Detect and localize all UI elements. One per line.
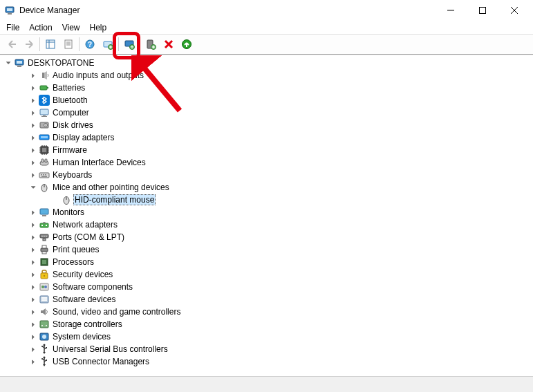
printer-icon (39, 244, 50, 255)
tree-category-label: Keyboards (53, 170, 92, 180)
tree-root-node[interactable]: ⏷DESKTOPATONE (0, 57, 533, 69)
tree-category[interactable]: ⏵Keyboards (12, 169, 533, 181)
tree-category[interactable]: ⏵USB Connector Managers (12, 355, 533, 368)
mouse-icon (39, 182, 50, 193)
tree-category-label: Bluetooth (53, 95, 88, 105)
tree-category-label: System devices (53, 332, 111, 342)
cpu-icon (39, 256, 50, 268)
close-button[interactable] (498, 0, 530, 21)
tree-device-label: HID-compliant mouse (73, 194, 156, 205)
tree-category-label: Firmware (53, 145, 87, 155)
tree-category[interactable]: ⏵System devices (12, 330, 533, 343)
expander-icon[interactable]: ⏵ (28, 256, 39, 268)
expander-icon[interactable]: ⏵ (28, 294, 39, 305)
network-icon (39, 219, 50, 230)
show-hide-tree-button[interactable] (42, 36, 59, 53)
menu-action[interactable]: Action (24, 21, 57, 34)
enable-device-button[interactable] (178, 36, 195, 53)
tree-category-label: Mice and other pointing devices (53, 183, 169, 192)
scan-hardware-button[interactable] (100, 36, 116, 53)
tree-category[interactable]: ⏵Computer (12, 106, 533, 119)
tree-category-label: Monitors (53, 207, 84, 217)
tree-device[interactable]: HID-compliant mouse (25, 194, 533, 206)
tree-category[interactable]: ⏵Audio inputs and outputs (12, 69, 533, 82)
tree-category-label: Print queues (53, 245, 99, 254)
tree-category[interactable]: ⏵Monitors (12, 206, 533, 218)
expander-icon[interactable]: ⏵ (28, 269, 39, 280)
expander-icon[interactable]: ⏵ (28, 281, 39, 292)
speaker-icon (39, 70, 50, 81)
keyboard-icon (39, 169, 50, 180)
tree-root-label: DESKTOPATONE (28, 58, 94, 68)
expander-icon[interactable]: ⏵ (28, 232, 39, 243)
tree-category[interactable]: ⏵Disk drives (12, 119, 533, 131)
expander-icon[interactable]: ⏷ (3, 57, 14, 68)
tree-category-label: Batteries (53, 83, 85, 93)
expander-icon[interactable]: ⏵ (28, 169, 39, 180)
maximize-button[interactable] (467, 0, 498, 21)
expander-icon[interactable]: ⏵ (28, 207, 39, 218)
expander-icon[interactable]: ⏵ (28, 120, 39, 131)
tree-category[interactable]: ⏵Human Interface Devices (12, 156, 533, 169)
tree-category[interactable]: ⏵Firmware (12, 144, 533, 156)
expander-icon[interactable]: ⏵ (28, 219, 39, 230)
expander-icon[interactable]: ⏷ (28, 182, 39, 193)
bluetooth-icon (39, 95, 50, 106)
expander-icon[interactable]: ⏵ (28, 244, 39, 255)
tree-category[interactable]: ⏵Display adapters (12, 131, 533, 144)
app-icon (4, 5, 15, 16)
sound-icon (39, 306, 50, 317)
uninstall-device-button[interactable] (160, 36, 177, 53)
tree-category[interactable]: ⏵Ports (COM & LPT) (12, 231, 533, 243)
device-tree[interactable]: ⏷DESKTOPATONE⏵Audio inputs and outputs⏵B… (0, 55, 533, 376)
expander-icon[interactable]: ⏵ (28, 82, 39, 93)
back-button[interactable] (3, 36, 19, 53)
tree-category[interactable]: ⏵Software components (12, 281, 533, 293)
tree-category[interactable]: ⏵Network adapters (12, 218, 533, 231)
tree-category[interactable]: ⏵Storage controllers (12, 318, 533, 330)
tree-category-label: Processors (53, 257, 94, 267)
computer-icon (14, 57, 25, 68)
tree-category[interactable]: ⏵Print queues (12, 243, 533, 256)
svg-rect-77 (480, 8, 486, 14)
tree-category-label: Display adapters (53, 133, 114, 142)
tree-category[interactable]: ⏵Security devices (12, 268, 533, 281)
tree-category[interactable]: ⏵Software devices (12, 293, 533, 306)
tree-category[interactable]: ⏵Universal Serial Bus controllers (12, 343, 533, 355)
expander-icon[interactable]: ⏵ (28, 344, 39, 355)
minimize-button[interactable] (435, 0, 467, 21)
tree-category-label: Software devices (53, 295, 115, 304)
expander-icon[interactable]: ⏵ (28, 157, 39, 168)
usb-icon (39, 356, 50, 367)
expander-icon[interactable]: ⏵ (28, 306, 39, 317)
titlebar: Device Manager (0, 0, 533, 21)
properties-button[interactable] (60, 36, 77, 53)
tree-category-label: Computer (53, 108, 89, 118)
expander-icon[interactable]: ⏵ (28, 132, 39, 143)
menu-view[interactable]: View (57, 21, 85, 34)
expander-icon[interactable]: ⏵ (28, 331, 39, 342)
menu-help[interactable]: Help (85, 21, 112, 34)
add-legacy-hardware-button[interactable] (142, 36, 159, 53)
menu-file[interactable]: File (1, 21, 24, 34)
expander-icon[interactable]: ⏵ (28, 319, 39, 330)
display-icon (39, 132, 50, 143)
update-driver-button[interactable] (121, 36, 138, 53)
forward-button[interactable] (21, 36, 37, 53)
tree-category-label: USB Connector Managers (53, 357, 149, 366)
monitor-icon (39, 107, 50, 118)
tree-category[interactable]: ⏷Mice and other pointing devices (12, 181, 533, 194)
tree-category[interactable]: ⏵Processors (12, 256, 533, 268)
expander-icon[interactable]: ⏵ (28, 70, 39, 81)
tree-category[interactable]: ⏵Sound, video and game controllers (12, 306, 533, 318)
help-button[interactable] (82, 36, 98, 53)
expander-icon[interactable]: ⏵ (28, 107, 39, 118)
expander-icon[interactable]: ⏵ (28, 356, 39, 367)
tree-category[interactable]: ⏵Bluetooth (12, 94, 533, 106)
expander-icon[interactable]: ⏵ (28, 144, 39, 156)
expander-icon[interactable]: ⏵ (28, 95, 39, 106)
toolbar (0, 34, 533, 55)
tree-category[interactable]: ⏵Batteries (12, 82, 533, 94)
mouse-icon (61, 194, 72, 205)
monitor2-icon (39, 207, 50, 218)
